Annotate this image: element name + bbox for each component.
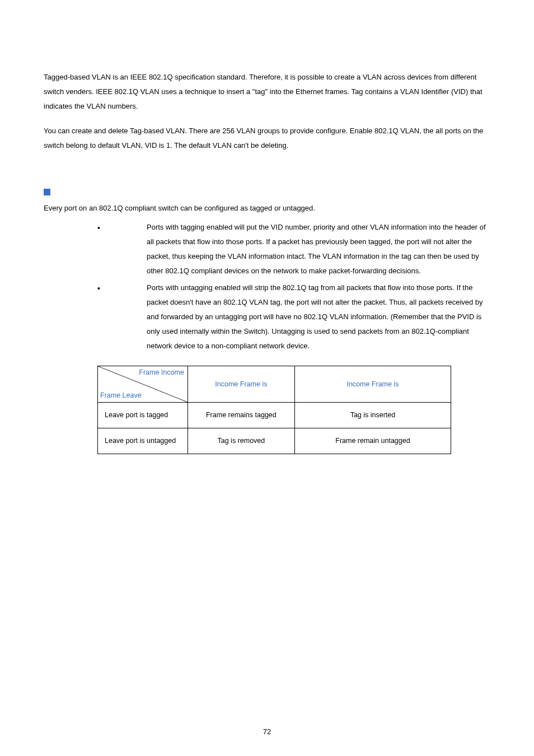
paragraph-intro: Every port on an 802.1Q compliant switch… bbox=[44, 202, 490, 214]
paragraph-tagged-vlan: Tagged-based VLAN is an IEEE 802.1Q spec… bbox=[44, 70, 490, 114]
diagonal-header-cell: Frame Income Frame Leave bbox=[98, 366, 188, 403]
bullet-list: Ports with tagging enabled will put the … bbox=[44, 220, 490, 353]
cell-remains-tagged: Frame remains tagged bbox=[188, 403, 294, 428]
bullet-tagging: Ports with tagging enabled will put the … bbox=[97, 220, 490, 278]
table-header-row: Frame Income Frame Leave Income Frame is… bbox=[98, 366, 451, 403]
header-frame-income: Frame Income bbox=[139, 368, 184, 377]
table-row: Leave port is untagged Tag is removed Fr… bbox=[98, 428, 451, 454]
header-income-1: Income Frame is bbox=[188, 366, 294, 403]
page-content: Tagged-based VLAN is an IEEE 802.1Q spec… bbox=[0, 0, 534, 454]
cell-remain-untagged: Frame remain untagged bbox=[294, 428, 451, 454]
page-number: 72 bbox=[0, 727, 534, 736]
cell-tag-inserted: Tag is inserted bbox=[294, 403, 451, 428]
tag-behavior-table: Frame Income Frame Leave Income Frame is… bbox=[97, 366, 451, 454]
cell-leave-untagged: Leave port is untagged bbox=[98, 428, 188, 454]
bullet-untagging: Ports with untagging enabled will strip … bbox=[97, 281, 490, 353]
section-square-icon bbox=[44, 189, 50, 195]
header-frame-leave: Frame Leave bbox=[100, 391, 142, 400]
cell-tag-removed: Tag is removed bbox=[188, 428, 294, 454]
cell-leave-tagged: Leave port is tagged bbox=[98, 403, 188, 428]
table-row: Leave port is tagged Frame remains tagge… bbox=[98, 403, 451, 428]
paragraph-create-delete: You can create and delete Tag-based VLAN… bbox=[44, 124, 490, 153]
header-income-2: Income Frame is bbox=[294, 366, 451, 403]
